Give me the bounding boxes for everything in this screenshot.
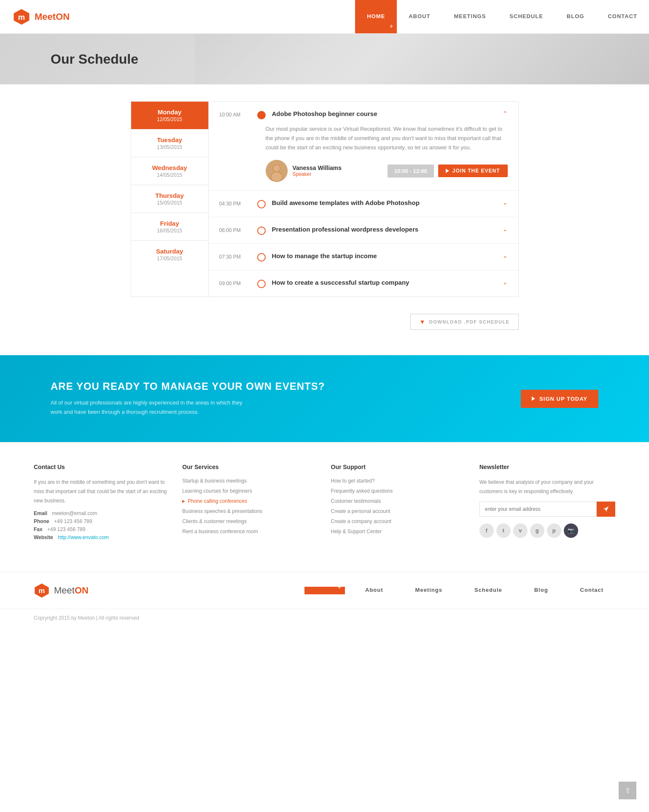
support-item-3[interactable]: Customer testimonials [331,498,467,504]
hero-bg [195,34,649,84]
service-item-6[interactable]: Rent a business conference room [182,529,318,534]
event-time-2: 04:30 PM [219,199,251,207]
download-pdf-button[interactable]: ▼ DOWNLOAD .PDF SCHEDULE [410,314,518,330]
footer-nav-contact[interactable]: Contact [568,587,615,594]
event-time-5: 09:00 PM [219,279,251,286]
footer-website: Website http://www.envato.com [34,534,170,540]
nav-about[interactable]: ABOUT [397,0,442,33]
service-item-3[interactable]: Phone calling conferences [182,498,318,504]
footer-support-list: How to get started? Frequently asked que… [331,478,467,534]
event-1-expanded: Our most popular service is our Virtual … [219,124,508,182]
footer-services-heading: Our Services [182,464,318,470]
service-item-5[interactable]: Clients & customer meetings [182,518,318,524]
event-time-4: 07:30 PM [219,252,251,260]
nav-home[interactable]: HOME [355,0,397,33]
nav-schedule[interactable]: SCHEDULE [498,0,555,33]
service-item-1[interactable]: Startup & business meetings [182,478,318,484]
event-title-3: Presentation professional wordpress deve… [272,226,494,233]
footer-services-list: Startup & business meetings Learning cou… [182,478,318,534]
event-2: 04:30 PM Build awesome templates with Ad… [209,191,518,217]
signup-button[interactable]: SIGN UP TODAY [521,390,598,408]
speaker-role-1: Speaker [293,171,342,177]
event-3: 06:00 PM Presentation professional wordp… [209,217,518,244]
footer-nav-about[interactable]: About [353,587,395,594]
logo-icon: m [13,8,30,26]
pinterest-icon[interactable]: p [547,523,561,538]
nav-meetings[interactable]: MEETINGS [442,0,498,33]
footer-website-link[interactable]: http://www.envato.com [58,534,109,540]
footer-nav-meetings[interactable]: Meetings [404,587,454,594]
copyright-text: Copryright 2015 by Meeton | All rights r… [34,615,615,621]
day-monday[interactable]: Monday 12/05/2015 [131,102,208,129]
main-nav: HOME ABOUT MEETINGS SCHEDULE BLOG CONTAC… [355,0,649,33]
join-event-button[interactable]: JOIN THE EVENT [438,165,508,177]
instagram-icon[interactable]: 📷 [564,523,578,538]
service-item-4[interactable]: Business speeches & presentations [182,508,318,514]
copyright-bar: Copryright 2015 by Meeton | All rights r… [0,609,649,627]
support-item-1[interactable]: How to get started? [331,478,467,484]
event-dot-3 [257,227,266,235]
svg-text:m: m [18,12,25,21]
social-icons: f t v g p 📷 [479,523,615,538]
day-tuesday[interactable]: Tuesday 13/05/2015 [131,129,208,157]
chevron-down-icon-4[interactable]: ⌄ [503,252,508,259]
footer-services: Our Services Startup & business meetings… [182,464,318,542]
google-icon[interactable]: g [530,523,544,538]
footer-logo-icon: m [34,583,50,599]
chevron-down-icon-5[interactable]: ⌄ [503,279,508,286]
support-item-6[interactable]: Help & Support Center [331,529,467,534]
header: m MeetON HOME ABOUT MEETINGS SCHEDULE BL… [0,0,649,34]
chevron-up-icon[interactable]: ⌃ [503,110,508,117]
hero-banner: Our Schedule [0,34,649,84]
event-dot-4 [257,253,266,262]
event-title-2: Build awesome templates with Adobe Photo… [272,199,494,206]
event-dot-1 [257,111,266,119]
day-thursday[interactable]: Thursday 15/05/2015 [131,185,208,213]
svg-text:m: m [39,587,45,595]
play-icon-cta [532,397,535,401]
vimeo-icon[interactable]: v [513,523,528,538]
day-friday[interactable]: Friday 16/05/2015 [131,213,208,241]
service-item-2[interactable]: Learning courses for beginners [182,488,318,494]
svg-point-6 [271,172,282,181]
logo-area: m MeetON [0,0,82,33]
event-actions-1: 10:00 - 12:00 JOIN THE EVENT [388,165,508,178]
speaker-name-1: Vanessa Williams [293,165,342,171]
newsletter-form [479,502,615,517]
newsletter-email-input[interactable] [479,502,597,517]
event-desc-1: Our most popular service is our Virtual … [266,124,508,152]
twitter-icon[interactable]: t [496,523,511,538]
days-sidebar: Monday 12/05/2015 Tuesday 13/05/2015 Wed… [131,101,209,297]
event-time-3: 06:00 PM [219,226,251,233]
footer-contact-heading: Contact Us [34,464,170,470]
footer-logo: m MeetON [34,583,89,599]
speaker-info-1: Vanessa Williams Speaker [293,165,342,177]
day-saturday[interactable]: Saturday 17/05/2015 [131,241,208,268]
footer-phone: Phone +49 123 456 789 [34,518,170,524]
facebook-icon[interactable]: f [479,523,494,538]
event-time-1: 10:00 AM [219,110,251,118]
schedule-container: Monday 12/05/2015 Tuesday 13/05/2015 Wed… [122,101,527,297]
day-wednesday[interactable]: Wednesday 14/05/2015 [131,157,208,185]
chevron-down-icon-2[interactable]: ⌄ [503,199,508,206]
download-row: ▼ DOWNLOAD .PDF SCHEDULE [122,314,527,330]
footer-nav-schedule[interactable]: Schedule [463,587,514,594]
event-title-5: How to create a susccessful startup comp… [272,279,494,286]
footer-nav-home[interactable]: Home [304,587,345,594]
nav-blog[interactable]: BLOG [555,0,596,33]
footer-nav-blog[interactable]: Blog [522,587,560,594]
chevron-down-icon-3[interactable]: ⌄ [503,226,508,232]
footer-newsletter-heading: Newsletter [479,464,615,470]
support-item-5[interactable]: Create a company account [331,518,467,524]
page-title: Our Schedule [51,51,138,67]
support-item-2[interactable]: Frequently asked questions [331,488,467,494]
event-title-4: How to manage the startup income [272,252,494,259]
event-time-badge-1: 10:00 - 12:00 [388,165,434,178]
support-item-4[interactable]: Create a personal account [331,508,467,514]
newsletter-send-button[interactable] [597,502,615,517]
event-5: 09:00 PM How to create a susccessful sta… [209,270,518,297]
nav-contact[interactable]: CONTACT [596,0,649,33]
footer-newsletter: Newsletter We believe that analysis of y… [479,464,615,542]
download-icon: ▼ [419,318,425,325]
cta-heading: ARE YOU READY TO MANAGE YOUR OWN EVENTS? [51,380,325,392]
